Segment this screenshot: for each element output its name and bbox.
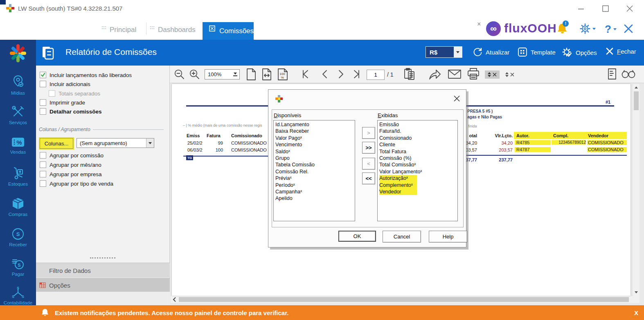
list-item[interactable]: Baixa Receber xyxy=(275,128,355,134)
ok-button[interactable]: OK xyxy=(338,231,376,242)
atualizar-button[interactable]: Atualizar xyxy=(473,47,509,57)
grouping-select[interactable]: (Sem agrupamento) xyxy=(77,138,154,148)
list-item[interactable]: Comissão Rel. xyxy=(275,168,355,175)
checkbox-incluir-lancamentos[interactable]: Incluir lançamentos não liberados xyxy=(40,72,132,78)
fit-width-button[interactable] xyxy=(261,68,272,81)
grouping-dropdown-arrow[interactable] xyxy=(146,138,154,148)
checkbox-box[interactable] xyxy=(40,171,46,177)
scroll-up-arrow[interactable] xyxy=(635,86,638,89)
sidebar-item-midias[interactable]: Mídias xyxy=(0,75,36,95)
tab-comissoes-active[interactable]: Comissões xyxy=(203,22,254,40)
minimize-button[interactable] xyxy=(575,5,587,13)
template-button[interactable]: Template xyxy=(518,47,556,57)
list-item[interactable]: Valor Pagoˣ xyxy=(275,135,355,141)
checkbox-agrupar-empresa[interactable]: Agrupar por empresa xyxy=(40,171,102,177)
checkbox-box[interactable] xyxy=(40,99,46,106)
vertical-scrollbar[interactable] xyxy=(633,84,639,296)
settings-menu-button[interactable] xyxy=(579,23,596,34)
fit-page-button[interactable] xyxy=(246,68,257,81)
section-filtro-de-dados[interactable]: Filtro de Dados xyxy=(36,263,170,278)
checkbox-incluir-adicionais[interactable]: Incluir adicionais xyxy=(40,81,90,87)
opcoes-button[interactable]: Opções xyxy=(562,47,597,58)
search-binoculars-button[interactable] xyxy=(620,69,637,79)
copy-button[interactable] xyxy=(403,68,416,81)
list-item[interactable]: Total Fatura xyxy=(379,148,457,155)
checkbox-box[interactable] xyxy=(40,72,46,78)
page-number-input[interactable] xyxy=(367,70,385,80)
export-button[interactable] xyxy=(428,68,442,81)
horizontal-scroll-thumb[interactable] xyxy=(179,297,629,302)
checkbox-box[interactable] xyxy=(40,108,46,115)
list-item[interactable]: Fatura/Id. xyxy=(379,128,457,134)
list-item[interactable]: Complementoˣ xyxy=(379,182,417,188)
print-button[interactable] xyxy=(466,67,480,81)
first-page-button[interactable] xyxy=(300,69,311,79)
list-item[interactable]: Grupo xyxy=(275,155,355,161)
sort-control-active[interactable] xyxy=(485,70,500,79)
list-item[interactable]: Préviaˣ xyxy=(275,175,355,182)
checkbox-box[interactable] xyxy=(40,81,46,87)
scroll-down-arrow[interactable] xyxy=(635,291,638,293)
next-page-button[interactable] xyxy=(336,69,346,79)
move-all-left-button[interactable]: << xyxy=(362,172,375,184)
currency-select[interactable]: R$ xyxy=(426,46,462,58)
zoom-in-button[interactable] xyxy=(189,69,201,80)
list-item[interactable]: Períodoˣ xyxy=(275,182,355,188)
list-item[interactable]: Campanhaˣ xyxy=(275,188,355,195)
list-item[interactable]: Vencimento xyxy=(275,141,355,148)
sidebar-item-pagar[interactable]: S Pagar xyxy=(0,256,36,277)
checkbox-box[interactable] xyxy=(40,180,46,187)
email-button[interactable] xyxy=(448,69,462,79)
currency-dropdown-arrow[interactable] xyxy=(454,47,462,57)
checkbox-imprimir-grade[interactable]: Imprimir grade xyxy=(40,99,85,106)
list-item[interactable]: Id.Lançamento xyxy=(275,121,355,128)
colunas-button[interactable]: Colunas... xyxy=(40,138,73,149)
help-menu-button[interactable]: ? xyxy=(605,23,617,36)
tab-principal[interactable]: Principal xyxy=(110,26,136,34)
cancel-button[interactable]: Cancel xyxy=(383,231,421,243)
zoom-100-button[interactable]: 100 % xyxy=(277,68,288,81)
sidebar-item-estoques[interactable]: Estoques xyxy=(0,166,36,186)
sidebar-item-vendas[interactable]: % Vendas xyxy=(0,136,36,154)
available-listbox[interactable]: Id.Lançamento Baixa Receber Valor Pagoˣ … xyxy=(273,120,355,221)
help-button[interactable]: Help xyxy=(429,231,467,243)
parameters-button[interactable] xyxy=(607,68,617,80)
zoom-level-select[interactable]: 100% xyxy=(205,69,240,79)
notification-bell-icon[interactable]: ! xyxy=(556,22,570,36)
close-all-tabs-button[interactable]: × xyxy=(477,20,481,28)
list-item[interactable]: Comissionado xyxy=(379,135,457,141)
maximize-button[interactable] xyxy=(599,5,612,13)
move-all-right-button[interactable]: >> xyxy=(362,142,375,154)
list-item[interactable]: Total Comissãoˣ xyxy=(379,161,457,168)
list-item[interactable]: Tabela Comissão xyxy=(275,161,355,168)
list-item[interactable]: Valor Lançamentoˣ xyxy=(379,168,457,175)
checkbox-agrupar-tipo-venda[interactable]: Agrupar por tipo de venda xyxy=(40,180,113,187)
list-item[interactable]: Vendedor xyxy=(379,188,417,195)
tab-dashboards[interactable]: Dashboards xyxy=(158,26,196,34)
sidebar-item-receber[interactable]: S Receber xyxy=(0,227,36,247)
horizontal-scrollbar[interactable] xyxy=(171,296,633,303)
move-left-button[interactable]: < xyxy=(362,158,375,170)
sort-control[interactable] xyxy=(502,70,517,79)
fechar-button[interactable]: Fechar xyxy=(606,47,636,55)
checkbox-agrupar-mes-ano[interactable]: Agrupar por mês/ano xyxy=(40,161,101,168)
list-item[interactable]: Saldoˣ xyxy=(275,148,355,155)
list-item[interactable]: Cliente xyxy=(379,141,457,148)
zoom-out-button[interactable] xyxy=(173,69,186,80)
list-item[interactable]: Apelido xyxy=(275,195,355,202)
sidebar-item-contabilidade[interactable]: S S S Contabilidade xyxy=(0,287,36,305)
previous-page-button[interactable] xyxy=(320,69,330,79)
panel-splitter-handle[interactable] xyxy=(90,257,115,259)
last-page-button[interactable] xyxy=(351,69,362,79)
checkbox-box[interactable] xyxy=(40,161,46,168)
checkbox-detalhar-comissoes[interactable]: Detalhar comissões xyxy=(40,108,102,115)
list-item[interactable]: Emissão xyxy=(379,121,457,128)
dialog-close-button[interactable] xyxy=(454,95,460,102)
sidebar-item-servicos[interactable]: Serviços xyxy=(0,105,36,125)
move-right-button[interactable]: > xyxy=(362,127,375,139)
checkbox-box[interactable] xyxy=(40,152,46,159)
list-item[interactable]: Comissão (%) xyxy=(379,155,457,161)
window-close-button[interactable] xyxy=(624,5,636,13)
vertical-scroll-thumb[interactable] xyxy=(634,91,639,110)
checkbox-agrupar-comissao[interactable]: Agrupar por comissão xyxy=(40,152,104,159)
